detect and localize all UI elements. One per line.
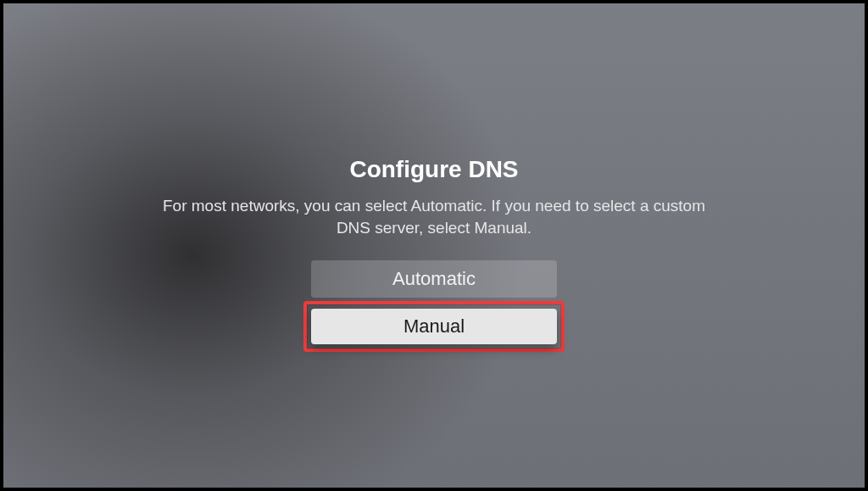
- option-manual-highlight: Manual: [303, 301, 565, 352]
- configure-dns-screen: Configure DNS For most networks, you can…: [0, 0, 868, 491]
- dns-options-list: Automatic Manual: [303, 260, 565, 352]
- dialog-title: Configure DNS: [349, 156, 518, 183]
- option-manual[interactable]: Manual: [311, 309, 557, 344]
- dialog-subtitle: For most networks, you can select Automa…: [163, 195, 705, 238]
- option-automatic[interactable]: Automatic: [311, 260, 557, 298]
